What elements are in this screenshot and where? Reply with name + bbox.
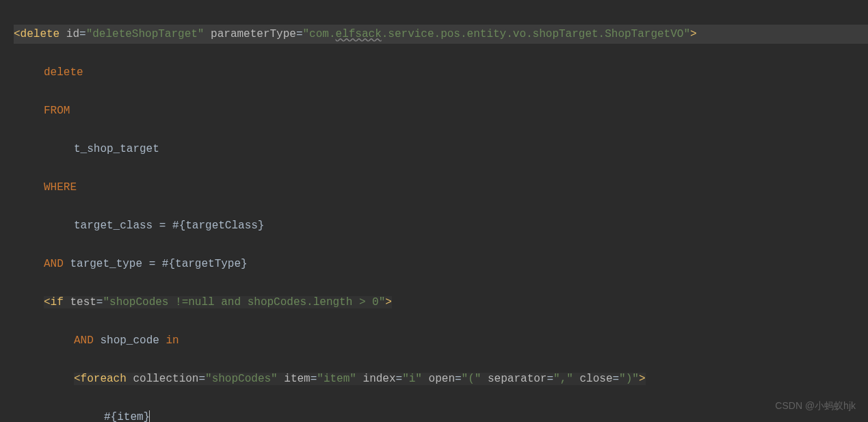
line-item1: #{item} [14, 408, 868, 422]
line-and-cond2: AND target_type = #{targetType} [14, 254, 868, 274]
watermark: CSDN @小蚂蚁hjk [775, 397, 856, 414]
code-editor: <delete id="deleteShopTarget" parameterT… [0, 0, 868, 422]
line-where: WHERE [14, 178, 868, 197]
line-delete-kw: delete [14, 63, 868, 82]
line-delete-open: <delete id="deleteShopTarget" parameterT… [14, 25, 868, 44]
line-if1-open: <if test="shopCodes !=null and shopCodes… [14, 293, 868, 312]
line-cond1: target_class = #{targetClass} [14, 216, 868, 235]
line-from: FROM [14, 101, 868, 120]
line-table: t_shop_target [14, 140, 868, 159]
line-foreach1-open: <foreach collection="shopCodes" item="it… [14, 369, 868, 388]
text-cursor [149, 410, 150, 422]
line-and-shopcode: AND shop_code in [14, 331, 868, 350]
